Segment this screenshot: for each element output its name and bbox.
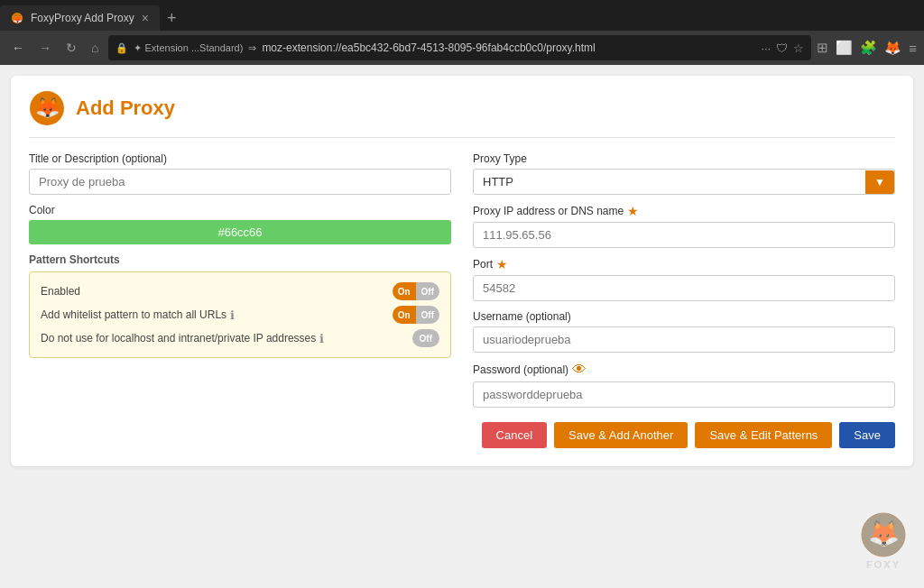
svg-text:🦊: 🦊 bbox=[13, 14, 23, 24]
refresh-button[interactable]: ↻ bbox=[61, 38, 81, 58]
pattern-shortcuts-title: Pattern Shortcuts bbox=[29, 253, 451, 266]
enabled-toggle[interactable]: On Off bbox=[393, 282, 439, 300]
active-tab[interactable]: 🦊 FoxyProxy Add Proxy × bbox=[0, 5, 160, 31]
whitelist-info-icon[interactable]: ℹ bbox=[230, 308, 235, 322]
proxy-type-select-wrapper[interactable]: HTTP HTTPS SOCKS4 SOCKS5 ▼ bbox=[473, 169, 895, 195]
foxy-watermark-text: FOXY bbox=[866, 559, 901, 570]
browser-chrome: 🦊 FoxyProxy Add Proxy × + ← → ↻ ⌂ 🔒 ✦ Ex… bbox=[0, 0, 924, 65]
whitelist-label: Add whitelist pattern to match all URLs … bbox=[41, 308, 235, 322]
username-group: Username (optional) bbox=[473, 310, 895, 353]
pattern-localhost-row: Do not use for localhost and intranet/pr… bbox=[41, 326, 439, 350]
username-label: Username (optional) bbox=[473, 310, 895, 323]
port-group: Port ★ bbox=[473, 257, 895, 301]
tab-close-button[interactable]: × bbox=[142, 11, 149, 25]
hamburger-icon[interactable]: ≡ bbox=[909, 41, 917, 56]
port-label: Port ★ bbox=[473, 257, 895, 271]
proxy-type-select[interactable]: HTTP HTTPS SOCKS4 SOCKS5 bbox=[474, 170, 865, 194]
password-eye-icon[interactable]: 👁 bbox=[572, 362, 587, 378]
menu-icon[interactable]: 🦊 bbox=[884, 40, 901, 56]
forward-button[interactable]: → bbox=[34, 38, 56, 58]
extensions-icon[interactable]: 🧩 bbox=[860, 40, 877, 56]
navigation-bar: ← → ↻ ⌂ 🔒 ✦ Extension ...Standard) ⇒ moz… bbox=[0, 31, 924, 65]
title-input[interactable] bbox=[29, 169, 451, 195]
foxy-watermark-logo: 🦊 bbox=[861, 512, 906, 557]
whitelist-toggle-off[interactable]: Off bbox=[416, 306, 439, 324]
select-arrow-icon: ▼ bbox=[865, 170, 894, 194]
shield-icon: 🛡 bbox=[776, 41, 788, 55]
color-label: Color bbox=[29, 204, 451, 216]
tab-favicon-icon: 🦊 bbox=[11, 12, 23, 24]
save-add-another-button[interactable]: Save & Add Another bbox=[554, 422, 688, 448]
port-required-star: ★ bbox=[496, 257, 508, 271]
tabs-icon[interactable]: ⬜ bbox=[836, 40, 853, 56]
action-buttons: Cancel Save & Add Another Save & Edit Pa… bbox=[29, 422, 895, 448]
title-label: Title or Description (optional) bbox=[29, 152, 451, 165]
address-bar[interactable]: 🔒 ✦ Extension ...Standard) ⇒ moz-extensi… bbox=[108, 35, 811, 60]
save-edit-patterns-button[interactable]: Save & Edit Patterns bbox=[695, 422, 832, 448]
svg-text:🦊: 🦊 bbox=[35, 96, 60, 120]
proxy-type-group: Proxy Type HTTP HTTPS SOCKS4 SOCKS5 ▼ bbox=[473, 152, 895, 195]
pattern-whitelist-row: Add whitelist pattern to match all URLs … bbox=[41, 303, 439, 326]
address-text: moz-extension://ea5bc432-6bd7-4513-8095-… bbox=[262, 41, 595, 54]
form-card: 🦊 Add Proxy Title or Description (option… bbox=[11, 76, 913, 466]
toggle-off-label[interactable]: Off bbox=[416, 282, 439, 300]
pattern-enabled-row: Enabled On Off bbox=[41, 280, 439, 303]
right-column: Proxy Type HTTP HTTPS SOCKS4 SOCKS5 ▼ bbox=[473, 152, 895, 408]
whitelist-toggle[interactable]: On Off bbox=[393, 306, 439, 324]
proxy-ip-label: Proxy IP address or DNS name ★ bbox=[473, 204, 895, 218]
enabled-label: Enabled bbox=[41, 285, 80, 298]
tab-bar: 🦊 FoxyProxy Add Proxy × + bbox=[0, 0, 924, 31]
bookmarks-icon[interactable]: ⊞ bbox=[817, 40, 828, 56]
address-bar-icons: ··· 🛡 ☆ bbox=[761, 41, 804, 55]
localhost-info-icon[interactable]: ℹ bbox=[319, 332, 324, 345]
arrow-icon: ⇒ bbox=[248, 42, 256, 54]
port-input[interactable] bbox=[473, 275, 895, 301]
password-input[interactable] bbox=[473, 381, 895, 408]
cancel-button[interactable]: Cancel bbox=[482, 422, 547, 448]
new-tab-button[interactable]: + bbox=[160, 9, 184, 28]
save-button[interactable]: Save bbox=[839, 422, 895, 448]
tab-title: FoxyProxy Add Proxy bbox=[31, 12, 134, 24]
pattern-shortcuts-section: Pattern Shortcuts Enabled On Off bbox=[29, 253, 451, 358]
pattern-shortcuts-box: Enabled On Off Add whitelist pattern to … bbox=[29, 271, 451, 358]
security-icon: 🔒 bbox=[116, 42, 128, 54]
password-label: Password (optional) 👁 bbox=[473, 362, 895, 378]
username-input[interactable] bbox=[473, 326, 895, 353]
localhost-toggle[interactable]: Off bbox=[412, 329, 439, 347]
color-group: Color #66cc66 bbox=[29, 204, 451, 244]
whitelist-toggle-on[interactable]: On bbox=[393, 306, 416, 324]
extension-label: ✦ Extension ...Standard) bbox=[134, 42, 243, 54]
color-swatch[interactable]: #66cc66 bbox=[29, 220, 451, 244]
toolbar-right: ⊞ ⬜ 🧩 🦊 ≡ bbox=[817, 40, 917, 56]
page-title: Add Proxy bbox=[76, 96, 175, 120]
dots-icon[interactable]: ··· bbox=[761, 41, 771, 55]
form-header: 🦊 Add Proxy bbox=[29, 90, 895, 138]
left-column: Title or Description (optional) Color #6… bbox=[29, 152, 451, 408]
proxy-type-label: Proxy Type bbox=[473, 152, 895, 165]
toggle-on-label[interactable]: On bbox=[393, 282, 416, 300]
password-group: Password (optional) 👁 bbox=[473, 362, 895, 408]
localhost-label: Do not use for localhost and intranet/pr… bbox=[41, 332, 324, 345]
foxy-watermark: 🦊 FOXY bbox=[861, 512, 906, 570]
back-button[interactable]: ← bbox=[7, 38, 29, 58]
svg-text:🦊: 🦊 bbox=[868, 519, 900, 548]
proxy-ip-input[interactable] bbox=[473, 222, 895, 248]
foxyproxy-logo: 🦊 bbox=[29, 90, 65, 126]
proxy-ip-required-star: ★ bbox=[627, 204, 639, 218]
proxy-ip-group: Proxy IP address or DNS name ★ bbox=[473, 204, 895, 248]
main-content: 🦊 Add Proxy Title or Description (option… bbox=[0, 65, 924, 588]
home-button[interactable]: ⌂ bbox=[87, 38, 103, 58]
title-group: Title or Description (optional) bbox=[29, 152, 451, 195]
star-icon[interactable]: ☆ bbox=[793, 41, 804, 55]
form-grid: Title or Description (optional) Color #6… bbox=[29, 152, 895, 408]
